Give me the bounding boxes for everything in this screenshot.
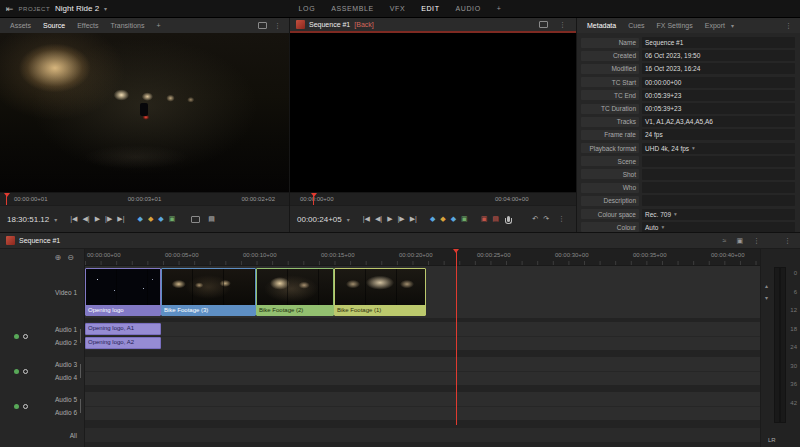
audio-2-row[interactable]	[85, 336, 760, 350]
monitor-enable-icon[interactable]	[23, 404, 28, 409]
audio-6-row[interactable]	[85, 406, 760, 420]
add-cue-button[interactable]: ◆	[440, 215, 445, 223]
field-value-colour-space[interactable]: Rec. 709▾	[642, 209, 795, 220]
meter-kebab-menu-icon[interactable]: ⋮	[781, 237, 794, 245]
audio-clip-opening-logo-a2[interactable]: Opening logo, A2	[85, 337, 161, 349]
jump-to-end-button[interactable]: ▶|	[410, 215, 417, 223]
chevron-down-icon[interactable]: ▾	[674, 211, 677, 217]
step-forward-button[interactable]: |▶	[398, 215, 405, 223]
sequence-playhead[interactable]	[313, 193, 314, 205]
field-value-colour[interactable]: Auto▾	[642, 222, 795, 232]
chevron-down-icon[interactable]: ▾	[661, 224, 664, 230]
field-value-scene[interactable]	[642, 156, 795, 167]
all-tracks-header[interactable]: All	[0, 428, 84, 442]
clip-bike-footage-1[interactable]: Bike Footage (1)	[334, 268, 426, 316]
audio-clip-opening-logo-a1[interactable]: Opening logo, A1	[85, 323, 161, 335]
layers-icon[interactable]: ▣	[733, 237, 746, 245]
replace-button[interactable]: ▤	[492, 215, 499, 223]
chevron-down-icon[interactable]: ▾	[347, 216, 350, 223]
zoom-in-icon[interactable]: ⊕	[55, 253, 62, 262]
mark-in-button[interactable]: ◆	[430, 215, 435, 223]
jump-to-start-button[interactable]: |◀	[363, 215, 370, 223]
monitor-enable-icon[interactable]	[23, 334, 28, 339]
tab-effects[interactable]: Effects	[71, 22, 104, 29]
kebab-menu-icon[interactable]: ⋮	[555, 21, 570, 29]
audio-pair-1-header[interactable]: Audio 1Audio 2	[0, 322, 84, 350]
jump-to-end-button[interactable]: ▶|	[117, 215, 124, 223]
clip-bike-footage-2[interactable]: Bike Footage (2)	[256, 268, 334, 316]
tab-transitions[interactable]: Transitions	[104, 22, 150, 29]
fullscreen-icon[interactable]	[258, 22, 267, 29]
add-room-button[interactable]: +	[497, 5, 502, 12]
kebab-menu-icon[interactable]: ⋮	[270, 22, 285, 30]
source-scrub-bar[interactable]: 00:00:00+01 00:00:03+01 00:00:02+02	[0, 192, 289, 205]
record-enable-icon[interactable]	[14, 369, 19, 374]
video-1-lane[interactable]: Opening logo Bike Footage (3) Bike Foota…	[85, 266, 760, 318]
mark-in-button[interactable]: ◆	[137, 215, 142, 223]
mark-out-button[interactable]: ◆	[451, 215, 456, 223]
tab-export[interactable]: Export	[699, 22, 731, 29]
audio-5-6-lane[interactable]	[85, 392, 760, 420]
add-cue-button[interactable]: ◆	[148, 215, 153, 223]
source-playhead[interactable]	[6, 193, 7, 205]
field-value-shot[interactable]	[642, 169, 795, 180]
kebab-menu-icon[interactable]: ⋮	[554, 215, 569, 223]
chevron-down-icon[interactable]: ▾	[54, 216, 57, 223]
park-button[interactable]: ▣	[169, 215, 176, 223]
chevron-down-icon[interactable]: ▾	[692, 145, 695, 151]
video-track-header[interactable]: Video 1	[0, 266, 84, 318]
tab-fx-settings[interactable]: FX Settings	[651, 22, 699, 29]
field-value-name[interactable]: Sequence #1	[642, 37, 795, 48]
play-button[interactable]: ▶	[95, 215, 100, 223]
more-tabs-chevron-icon[interactable]: ▾	[731, 22, 734, 29]
add-tab-button[interactable]: +	[150, 22, 166, 29]
audio-waveform-toggle-icon[interactable]: ≈	[720, 237, 730, 244]
audio-pair-3-header[interactable]: Audio 5Audio 6	[0, 392, 84, 420]
tab-assemble[interactable]: ASSEMBLE	[331, 5, 374, 12]
fullscreen-icon[interactable]	[539, 21, 548, 28]
undo-button[interactable]: ↶	[532, 215, 538, 223]
play-button[interactable]: ▶	[387, 215, 392, 223]
project-name[interactable]: Night Ride 2	[55, 4, 99, 13]
scroll-down-icon[interactable]: ▾	[765, 295, 768, 301]
zoom-out-icon[interactable]: ⊖	[67, 253, 74, 262]
sequence-title[interactable]: Sequence #1	[309, 21, 350, 28]
audio-5-row[interactable]	[85, 392, 760, 406]
all-tracks-lane[interactable]	[85, 428, 760, 442]
tab-assets[interactable]: Assets	[4, 22, 37, 29]
field-value-playback-format[interactable]: UHD 4k, 24 fps▾	[642, 143, 795, 154]
source-viewer[interactable]	[0, 33, 289, 192]
remove-button[interactable]: ▣	[481, 215, 488, 223]
sequence-viewer[interactable]	[290, 33, 576, 192]
audio-4-row[interactable]	[85, 371, 760, 385]
field-value-who[interactable]	[642, 182, 795, 193]
clip-bike-footage-3[interactable]: Bike Footage (3)	[161, 268, 256, 316]
tab-vfx[interactable]: VFX	[390, 5, 405, 12]
park-button[interactable]: ▣	[461, 215, 468, 223]
record-enable-icon[interactable]	[14, 404, 19, 409]
audio-pair-2-header[interactable]: Audio 3Audio 4	[0, 357, 84, 385]
voiceover-mic-icon[interactable]	[507, 216, 510, 222]
audio-1-row[interactable]	[85, 322, 760, 336]
sequence-timecode-display[interactable]: 00:00:24+05	[297, 215, 342, 224]
timeline-playhead[interactable]	[456, 249, 457, 425]
field-value-description[interactable]	[642, 195, 795, 206]
record-enable-icon[interactable]	[14, 334, 19, 339]
tab-source[interactable]: Source	[37, 22, 71, 29]
exit-project-icon[interactable]: ⇤	[6, 0, 14, 18]
step-back-button[interactable]: ◀|	[82, 215, 89, 223]
back-link[interactable]: [Back]	[354, 21, 373, 28]
audio-1-2-lane[interactable]: Opening logo, A1 Opening logo, A2	[85, 322, 760, 350]
filmstrip-view-icon[interactable]: ▤	[208, 215, 215, 223]
monitor-enable-icon[interactable]	[23, 369, 28, 374]
sequence-scrub-bar[interactable]: 00:00:00+00 00:04:00+00	[290, 192, 576, 205]
step-back-button[interactable]: ◀|	[375, 215, 382, 223]
tab-metadata[interactable]: Metadata	[581, 22, 622, 29]
tab-log[interactable]: LOG	[299, 5, 316, 12]
audio-3-row[interactable]	[85, 357, 760, 371]
mark-out-button[interactable]: ◆	[158, 215, 163, 223]
audio-3-4-lane[interactable]	[85, 357, 760, 385]
redo-button[interactable]: ↷	[543, 215, 549, 223]
field-value-tc-start[interactable]: 00:00:00+00	[642, 77, 795, 88]
timeline-sequence-title[interactable]: Sequence #1	[19, 237, 60, 244]
